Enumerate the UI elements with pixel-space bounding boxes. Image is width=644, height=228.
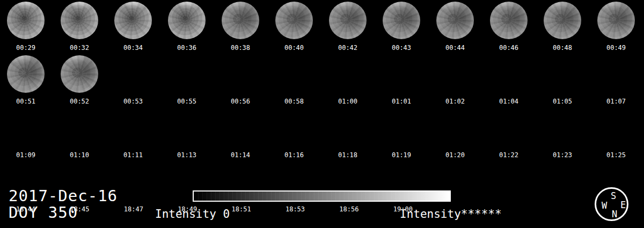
solar-disk-image <box>329 2 367 39</box>
frame-cell: 01:00 <box>322 54 376 107</box>
frame-cell: 01:11 <box>107 107 161 161</box>
frame-timestamp: 01:00 <box>322 98 374 105</box>
frame-cell: 01:10 <box>54 107 107 161</box>
solar-disk-image <box>490 2 528 39</box>
frame-cell: 00:29 <box>0 0 54 54</box>
solar-disk-image <box>168 2 206 39</box>
frame-timestamp: 00:46 <box>483 44 535 52</box>
solar-disk-image <box>436 2 474 39</box>
solar-disk-image <box>222 2 259 39</box>
frame-cell: 00:40 <box>268 0 322 54</box>
frame-timestamp: 01:01 <box>376 98 427 105</box>
frame-timestamp: 00:43 <box>376 44 427 52</box>
extra-timestamp: 18:51 <box>232 205 251 213</box>
frame-timestamp: 01:18 <box>322 151 374 159</box>
frame-cell: 01:19 <box>376 107 429 161</box>
solar-disk-image <box>61 2 98 39</box>
date-label: 2017-Dec-16 <box>9 188 118 204</box>
frame-timestamp: 00:56 <box>215 98 266 105</box>
frame-grid: 00:2900:3200:3400:3600:3800:4000:4200:43… <box>0 0 644 161</box>
frame-timestamp: 01:13 <box>161 151 213 159</box>
frame-cell: 00:56 <box>215 54 268 107</box>
extra-timestamp-row: 18:4418:4518:4718:4918:5118:5318:5619:00 <box>0 205 644 213</box>
solar-disk-image <box>597 2 635 39</box>
frame-timestamp: 01:11 <box>107 151 159 159</box>
solar-disk-image <box>7 2 45 39</box>
frame-cell: 01:14 <box>215 107 268 161</box>
solar-disk-image <box>275 2 313 39</box>
frame-row: 00:2900:3200:3400:3600:3800:4000:4200:43… <box>0 0 644 54</box>
frame-cell: 00:46 <box>483 0 537 54</box>
frame-timestamp: 01:19 <box>376 151 427 159</box>
frame-timestamp: 01:02 <box>429 98 481 105</box>
frame-cell: 00:48 <box>537 0 590 54</box>
frame-timestamp: 01:09 <box>0 151 52 159</box>
frame-cell: 00:34 <box>107 0 161 54</box>
frame-timestamp: 00:36 <box>161 44 213 52</box>
compass-west-label: W <box>602 201 607 210</box>
frame-timestamp: 00:40 <box>268 44 320 52</box>
intensity-min-label: Intensity 0 <box>155 208 230 220</box>
frame-timestamp: 00:42 <box>322 44 374 52</box>
solar-disk-image <box>114 2 152 39</box>
compass-north-label: N <box>612 210 617 219</box>
frame-cell: 01:16 <box>268 107 322 161</box>
intensity-max-label: Intensity****** <box>400 208 502 220</box>
frame-cell: 01:09 <box>0 107 54 161</box>
extra-timestamp: 18:53 <box>286 205 305 213</box>
frame-cell: 01:13 <box>161 107 215 161</box>
frame-timestamp: 01:10 <box>54 151 105 159</box>
frame-cell: 00:55 <box>161 54 215 107</box>
frame-cell: 01:23 <box>537 107 590 161</box>
frame-timestamp: 00:58 <box>268 98 320 105</box>
frame-timestamp: 01:05 <box>537 98 588 105</box>
frame-timestamp: 01:25 <box>590 151 642 159</box>
frame-cell: 01:20 <box>429 107 483 161</box>
frame-cell: 01:07 <box>590 54 644 107</box>
montage-screen: 00:2900:3200:3400:3600:3800:4000:4200:43… <box>0 0 644 228</box>
compass-south-label: S <box>611 192 616 201</box>
frame-timestamp: 00:53 <box>107 98 159 105</box>
frame-timestamp: 01:04 <box>483 98 535 105</box>
frame-cell: 01:02 <box>429 54 483 107</box>
solar-disk-image <box>61 55 98 93</box>
extra-timestamp: 18:56 <box>339 205 358 213</box>
compass-east-label: E <box>620 201 626 210</box>
solar-disk-image <box>7 55 45 93</box>
intensity-colorbar <box>193 190 451 202</box>
frame-timestamp: 01:23 <box>537 151 588 159</box>
frame-cell: 01:18 <box>322 107 376 161</box>
solar-disk-image <box>544 2 581 39</box>
compass-rose: S W E N <box>595 187 628 221</box>
frame-timestamp: 00:29 <box>0 44 52 52</box>
frame-timestamp: 00:49 <box>590 44 642 52</box>
frame-cell: 00:58 <box>268 54 322 107</box>
frame-timestamp: 00:51 <box>0 98 52 105</box>
frame-cell: 00:42 <box>322 0 376 54</box>
solar-disk-image <box>383 2 420 39</box>
frame-cell: 01:05 <box>537 54 590 107</box>
frame-timestamp: 00:44 <box>429 44 481 52</box>
frame-timestamp: 00:48 <box>537 44 588 52</box>
frame-cell: 00:36 <box>161 0 215 54</box>
frame-cell: 00:38 <box>215 0 268 54</box>
frame-cell: 00:53 <box>107 54 161 107</box>
frame-cell: 00:52 <box>54 54 107 107</box>
frame-timestamp: 00:34 <box>107 44 159 52</box>
frame-timestamp: 00:32 <box>54 44 105 52</box>
frame-cell: 01:01 <box>376 54 429 107</box>
frame-row: 00:5100:5200:5300:5500:5600:5801:0001:01… <box>0 54 644 107</box>
frame-timestamp: 01:07 <box>590 98 642 105</box>
doy-label: DOY 350 <box>9 204 78 220</box>
frame-timestamp: 01:16 <box>268 151 320 159</box>
frame-timestamp: 00:52 <box>54 98 105 105</box>
frame-cell: 01:25 <box>590 107 644 161</box>
frame-timestamp: 01:14 <box>215 151 266 159</box>
frame-cell: 01:22 <box>483 107 537 161</box>
frame-cell: 00:51 <box>0 54 54 107</box>
frame-cell: 00:49 <box>590 0 644 54</box>
frame-timestamp: 01:20 <box>429 151 481 159</box>
frame-cell: 00:44 <box>429 0 483 54</box>
frame-cell: 01:04 <box>483 54 537 107</box>
frame-timestamp: 00:38 <box>215 44 266 52</box>
